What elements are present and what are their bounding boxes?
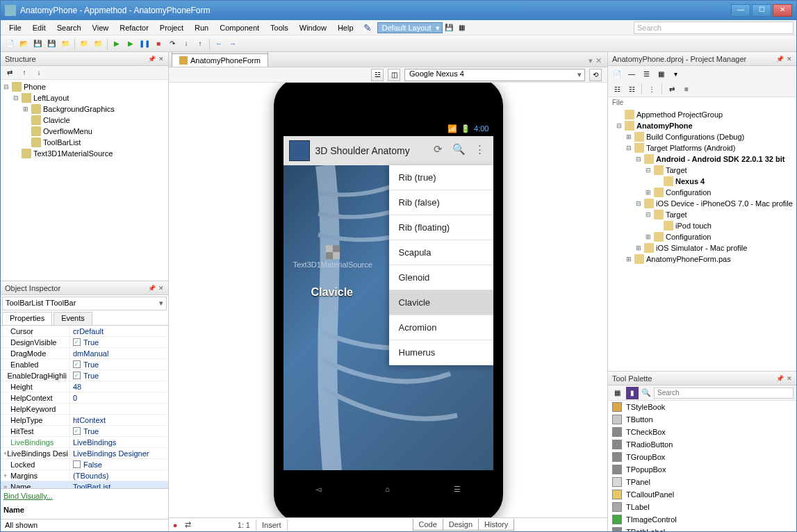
component-combo[interactable]: ToolBarList TToolBar▾ (2, 297, 167, 310)
layout-combo[interactable]: Default Layout (377, 22, 443, 33)
structure-node[interactable]: Text3D1MaterialSource (2, 148, 167, 159)
property-row[interactable]: »NameToolBarList (1, 481, 168, 488)
doc-tab[interactable]: AnatomyPhoneForm (172, 53, 268, 67)
close-panel-icon[interactable]: ✕ (158, 285, 164, 292)
menu-view[interactable]: View (87, 22, 115, 34)
property-row[interactable]: LiveBindingsLiveBindings (1, 437, 168, 448)
menu-project[interactable]: Project (154, 22, 189, 34)
pm-view1-icon[interactable]: ☰ (640, 67, 652, 80)
project-node[interactable]: ⊞Configuration (609, 187, 795, 198)
close-panel-icon[interactable]: ✕ (787, 56, 792, 63)
wand-icon[interactable]: ✎ (363, 22, 372, 33)
property-row[interactable]: HelpContext0 (1, 392, 168, 404)
structure-node[interactable]: Clavicle (2, 115, 167, 126)
property-row[interactable]: HitTest✓True (1, 426, 168, 437)
struct-down-icon[interactable]: ↓ (33, 67, 45, 79)
structure-node[interactable]: ⊟Phone (2, 81, 167, 92)
property-row[interactable]: DragModedmManual (1, 348, 168, 359)
saveall-icon[interactable]: 💾 (45, 38, 58, 50)
menu-tools[interactable]: Tools (265, 22, 294, 34)
pal-cat-icon[interactable]: ▦ (611, 387, 623, 399)
project-node[interactable]: ⊟Target Platforms (Android) (609, 142, 795, 153)
folder-icon[interactable]: 📁 (59, 38, 72, 50)
menu-refactor[interactable]: Refactor (114, 22, 154, 34)
material-source-marker[interactable]: Text3D1MaterialSource (293, 245, 372, 269)
overflow-item[interactable]: Rib (floating) (389, 215, 493, 240)
project-node[interactable]: ⊞iOS Simulator - Mac profile (609, 242, 795, 253)
inspector-tab-events[interactable]: Events (54, 312, 92, 325)
property-row[interactable]: EnableDragHighli✓True (1, 370, 168, 381)
palette-item[interactable]: TCheckBox (608, 426, 796, 438)
pin-icon[interactable]: 📌 (776, 56, 784, 63)
stop-icon[interactable]: ■ (152, 38, 165, 50)
palette-item[interactable]: TButton (608, 413, 796, 426)
close-button[interactable]: ✕ (773, 4, 792, 17)
structure-node[interactable]: ToolBarList (2, 137, 167, 148)
stepover-icon[interactable]: ↷ (166, 38, 179, 50)
back-icon[interactable]: ← (213, 38, 225, 50)
menu-edit[interactable]: Edit (27, 22, 51, 34)
close-panel-icon[interactable]: ✕ (158, 56, 164, 63)
pm-filter-icon[interactable]: ⋮ (646, 83, 658, 95)
property-row[interactable]: CursorcrDefault (1, 326, 168, 337)
palette-item[interactable]: TStyleBook (608, 401, 796, 413)
layout-btn-icon[interactable]: ▦ (455, 22, 468, 34)
view-toggle2-icon[interactable]: ◫ (388, 69, 400, 81)
pm-sync-icon[interactable]: ⇄ (666, 83, 678, 95)
project-node[interactable]: iPod touch (609, 220, 795, 231)
struct-up-icon[interactable]: ↑ (18, 67, 31, 79)
device-combo[interactable]: Google Nexus 4 (404, 69, 585, 81)
nav-home-icon[interactable]: ⌂ (385, 485, 390, 493)
pal-filter-icon[interactable]: ▮ (626, 387, 639, 399)
project-node[interactable]: Nexus 4 (609, 176, 795, 187)
overflow-item[interactable]: Scapula (389, 240, 493, 265)
palette-item[interactable]: TRadioButton (608, 438, 796, 451)
menu-component[interactable]: Component (214, 22, 265, 34)
record-icon[interactable]: ● (169, 521, 181, 529)
tab-close-icon[interactable]: ✕ (595, 56, 602, 65)
pm-more-icon[interactable]: ▾ (669, 67, 682, 80)
property-row[interactable]: DesignVisible✓True (1, 337, 168, 348)
nav-recent-icon[interactable]: ☰ (454, 485, 461, 494)
structure-node[interactable]: ⊟LeftLayout (2, 92, 167, 103)
menu-help[interactable]: Help (332, 22, 359, 34)
property-row[interactable]: HelpKeyword (1, 404, 168, 415)
project-node[interactable]: ⊟iOS Device - iPhoneOS 7.0 - Mac profile (609, 198, 795, 209)
close-panel-icon[interactable]: ✕ (787, 375, 792, 382)
overflow-item[interactable]: Rib (true) (389, 165, 493, 190)
menu-file[interactable]: File (3, 22, 27, 34)
palette-item[interactable]: TPanel (608, 476, 796, 488)
layout-save-icon[interactable]: 💾 (443, 22, 455, 34)
palette-item[interactable]: TPopupBox (608, 463, 796, 476)
folder3-icon[interactable]: 📁 (92, 38, 104, 50)
menu-window[interactable]: Window (294, 22, 332, 34)
bottom-tab-design[interactable]: Design (443, 519, 479, 531)
open-icon[interactable]: 📂 (17, 38, 30, 50)
property-row[interactable]: HelpTypehtContext (1, 415, 168, 426)
bind-visually-link[interactable]: Bind Visually... (3, 492, 165, 500)
save-icon[interactable]: 💾 (31, 38, 44, 50)
palette-item[interactable]: TCalloutPanel (608, 488, 796, 501)
pm-collapse-icon[interactable]: ≡ (680, 83, 693, 95)
nav-back-icon[interactable]: ◅ (315, 485, 321, 494)
structure-tree[interactable]: ⊟Phone⊟LeftLayout⊞BackgroundGraphicsClav… (1, 80, 168, 281)
project-tree[interactable]: Appmethod ProjectGroup⊟AnatomyPhone⊞Buil… (608, 108, 796, 372)
search-icon[interactable]: 🔍 (452, 143, 467, 158)
project-node[interactable]: Appmethod ProjectGroup (609, 109, 795, 120)
maximize-button[interactable]: ☐ (752, 4, 771, 17)
form-designer[interactable]: 📶 🔋 4:00 3D Shoulder Anatomy ⟳ 🔍 ⋮ (169, 83, 607, 517)
palette-list[interactable]: TStyleBookTButtonTCheckBoxTRadioButtonTG… (608, 401, 796, 531)
pm-sort2-icon[interactable]: ☷ (625, 83, 638, 95)
palette-item[interactable]: TGroupBox (608, 451, 796, 463)
pm-sort1-icon[interactable]: ☷ (611, 83, 623, 95)
inspector-tab-properties[interactable]: Properties (2, 312, 52, 325)
stepin-icon[interactable]: ↓ (180, 38, 192, 50)
pm-new-icon[interactable]: 📄 (611, 67, 623, 80)
tab-dropdown-icon[interactable]: ▾ (589, 56, 593, 65)
global-search-input[interactable] (634, 22, 794, 34)
menu-run[interactable]: Run (189, 22, 214, 34)
project-node[interactable]: ⊟Target (609, 165, 795, 176)
run-icon[interactable]: ▶ (110, 38, 123, 50)
pause-icon[interactable]: ❚❚ (138, 38, 151, 50)
overflow-item[interactable]: Acromion (389, 315, 493, 340)
